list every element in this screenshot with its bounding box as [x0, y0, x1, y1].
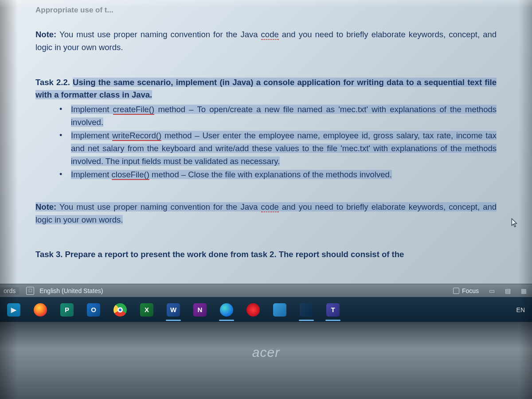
- taskbar-app-firefox[interactable]: [31, 301, 50, 318]
- bullet-createfile: Implement createFile() method – To open/…: [71, 103, 497, 129]
- bullet-writerecord: Implement writeRecord() method – User en…: [71, 129, 497, 168]
- bullet-2-rest: method – Close the file with explanation…: [149, 170, 392, 179]
- edge-icon: [220, 303, 233, 317]
- geometry-app-icon: [300, 303, 313, 317]
- spellcheck-icon[interactable]: ☐: [26, 287, 34, 295]
- taskbar-app-opera[interactable]: [244, 301, 262, 318]
- bullet-0-lead: Implement: [71, 105, 113, 114]
- excel-icon: X: [140, 303, 153, 317]
- print-layout-view-button[interactable]: ▤: [503, 287, 512, 295]
- laptop-bezel: [0, 322, 532, 399]
- opera-icon: [246, 303, 260, 317]
- taskbar-app-publisher[interactable]: P: [58, 301, 76, 318]
- taskbar-app-word[interactable]: W: [164, 301, 183, 318]
- task-2-2-label: Task 2.2.: [35, 78, 73, 87]
- taskbar-app-teams[interactable]: T: [324, 301, 342, 318]
- proofing-language-button[interactable]: English (United States): [39, 287, 103, 294]
- taskbar-app-edge[interactable]: [217, 301, 236, 318]
- mouse-cursor-icon: [511, 218, 519, 228]
- chrome-icon: [113, 303, 127, 317]
- taskbar-app-store[interactable]: [270, 301, 289, 318]
- note-1-label: Note:: [35, 30, 56, 39]
- taskbar-app-geometry-app[interactable]: [297, 301, 316, 318]
- task-2-2-heading: Task 2.2. Using the same scenario, imple…: [35, 76, 497, 102]
- outlook-icon: O: [87, 303, 100, 317]
- bullet-2-lead: Implement: [71, 170, 112, 179]
- publisher-icon: P: [60, 303, 74, 317]
- note-1-text-a: You must use proper naming convention fo…: [56, 30, 261, 39]
- onenote-icon: N: [193, 303, 207, 317]
- taskbar-app-outlook[interactable]: O: [84, 301, 103, 318]
- note-1: Note: You must use proper naming convent…: [35, 28, 497, 54]
- teams-icon: T: [326, 303, 340, 317]
- note-2-code-word: code: [261, 202, 279, 212]
- document-page: Appropriate use of t... Note: You must u…: [0, 0, 532, 284]
- bullet-closefile: Implement closeFile() method – Close the…: [71, 168, 497, 181]
- bullet-1-method: writeRecord(): [112, 131, 161, 141]
- task-3-truncated: Task 3. Prepare a report to present the …: [35, 248, 497, 261]
- word-count-button[interactable]: ords: [0, 287, 19, 294]
- note-2: Note: You must use proper naming convent…: [35, 201, 497, 226]
- note-2-text-a: You must use proper naming convention fo…: [56, 202, 261, 211]
- web-layout-view-button[interactable]: ▦: [519, 287, 528, 295]
- windows-taskbar: ▶POXWNTEN: [0, 297, 532, 322]
- bullet-2-method: closeFile(): [112, 170, 149, 180]
- bullet-1-lead: Implement: [71, 131, 112, 140]
- focus-icon: [453, 288, 459, 294]
- note-1-code-word: code: [261, 30, 279, 40]
- focus-label: Focus: [462, 287, 479, 294]
- store-icon: [273, 303, 286, 317]
- word-icon: W: [167, 303, 180, 317]
- read-mode-view-button[interactable]: ▭: [487, 287, 497, 295]
- laptop-brand-logo: acer: [252, 345, 280, 360]
- taskbar-app-onenote[interactable]: N: [191, 301, 209, 318]
- input-language-indicator[interactable]: EN: [514, 306, 528, 313]
- task-2-2-bullets: Implement createFile() method – To open/…: [35, 103, 497, 181]
- taskbar-app-chrome[interactable]: [111, 301, 129, 318]
- bullet-0-method: createFile(): [113, 105, 155, 115]
- task-2-2-title: Using the same scenario, implement (in J…: [35, 78, 497, 100]
- firefox-icon: [34, 303, 47, 317]
- focus-mode-button[interactable]: Focus: [451, 286, 481, 295]
- word-count-label: ords: [4, 287, 16, 294]
- taskbar-app-media-app[interactable]: ▶: [4, 301, 23, 318]
- word-status-bar: ords ☐ English (United States) Focus ▭ ▤…: [0, 284, 532, 297]
- note-2-label: Note:: [35, 202, 56, 211]
- truncated-header-text: Appropriate use of t...: [35, 4, 497, 16]
- media-app-icon: ▶: [7, 303, 20, 317]
- taskbar-app-excel[interactable]: X: [137, 301, 156, 318]
